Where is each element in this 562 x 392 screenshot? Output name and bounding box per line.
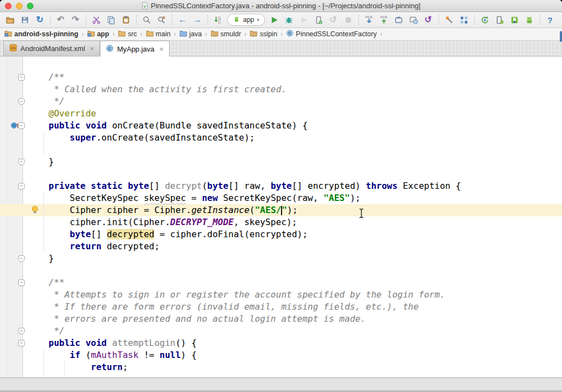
synchronize-button[interactable]: ↻ xyxy=(34,14,46,26)
shelve-changes-button[interactable] xyxy=(393,14,404,26)
run-with-coverage-button[interactable] xyxy=(298,14,310,26)
code-line-9[interactable] xyxy=(0,168,562,180)
annotate-button[interactable]: 011001 xyxy=(212,14,224,26)
code-line-3[interactable]: */ xyxy=(0,96,562,108)
fold-marker-icon[interactable]: − xyxy=(18,255,25,262)
sync-icon: ↻ xyxy=(34,14,46,26)
breadcrumb-item-main[interactable]: main xyxy=(145,30,171,38)
breadcrumb-item-app[interactable]: app xyxy=(87,30,110,38)
run-configuration-chooser[interactable]: app▾ xyxy=(227,14,265,26)
breadcrumb-label: main xyxy=(156,30,171,38)
code-line-15[interactable]: return decrypted; xyxy=(0,240,562,253)
debug-button[interactable] xyxy=(283,14,295,26)
code-line-22[interactable]: */ xyxy=(0,325,562,337)
breadcrumb-item-PinnedSSLContextFactory[interactable]: CPinnedSSLContextFactory xyxy=(285,30,377,38)
help-button[interactable]: ? xyxy=(544,14,556,26)
chevron-right-icon: › xyxy=(380,30,382,38)
undo-button[interactable]: ↶ xyxy=(55,14,66,26)
tab-MyApp.java[interactable]: CMyApp.java× xyxy=(100,41,170,57)
run-button[interactable] xyxy=(268,14,280,26)
copy-button[interactable] xyxy=(105,14,117,26)
recent-changes-button[interactable] xyxy=(408,14,419,26)
code-line-14[interactable]: byte[] decrypted = cipher.doFinal(encryp… xyxy=(0,228,562,240)
zoom-button[interactable] xyxy=(27,3,33,9)
open-button[interactable] xyxy=(4,14,16,26)
device-file-explorer-button[interactable] xyxy=(494,14,505,26)
code-line-24[interactable]: if (mAuthTask != null) { xyxy=(0,349,562,361)
settings-button[interactable] xyxy=(443,14,455,26)
code-line-8[interactable]: } xyxy=(0,156,562,168)
editor[interactable]: /** * Called when the activity is first … xyxy=(0,57,562,378)
code-token: Exception { xyxy=(397,181,461,191)
scroll-indicator[interactable] xyxy=(560,31,562,42)
breadcrumb-item-src[interactable]: src xyxy=(117,30,138,38)
fold-marker-icon[interactable]: − xyxy=(18,122,25,129)
redo-button[interactable]: ↷ xyxy=(70,14,81,26)
breadcrumb-item-sslpin[interactable]: sslpin xyxy=(249,30,278,38)
back-icon: ← xyxy=(177,14,188,26)
code-line-2[interactable]: * Called when the activity is first crea… xyxy=(0,83,562,96)
code-token: () { xyxy=(176,338,197,348)
fold-marker-icon[interactable]: − xyxy=(18,340,25,346)
find-button[interactable] xyxy=(141,14,153,26)
code-line-12[interactable]: Cipher cipher = Cipher.getInstance("AES/… xyxy=(0,204,562,216)
breadcrumb-item-java[interactable]: java xyxy=(179,30,203,38)
vcs-commit-button[interactable]: VCS xyxy=(378,14,390,26)
code-line-10[interactable]: private static byte[] decrypt(byte[] raw… xyxy=(0,180,562,192)
close-tab-icon[interactable]: × xyxy=(90,45,94,52)
code-line-20[interactable]: * If there are form errors (invalid emai… xyxy=(0,301,562,313)
breadcrumb-item-smuldr[interactable]: smuldr xyxy=(210,30,242,38)
code-line-5[interactable]: public void onCreate(Bundle savedInstanc… xyxy=(0,120,562,132)
code-line-18[interactable]: /** xyxy=(0,277,562,289)
code-line-13[interactable]: cipher.init(Cipher.DECRYPT_MODE, skeySpe… xyxy=(0,216,562,228)
code-line-1[interactable]: /** xyxy=(0,71,562,83)
breadcrumb-item-android-ssl-pinning[interactable]: android-ssl-pinning xyxy=(4,30,79,38)
vcs-update-button[interactable]: VCS xyxy=(363,14,375,26)
code-token: /** xyxy=(27,277,64,288)
code-token: attemptLogin xyxy=(112,338,176,348)
intention-bulb-icon[interactable] xyxy=(31,206,39,214)
fold-marker-icon[interactable]: − xyxy=(18,159,25,165)
forward-button[interactable]: → xyxy=(192,14,203,26)
fold-marker-icon[interactable]: − xyxy=(18,74,25,81)
code-line-6[interactable]: super.onCreate(savedInstanceState); xyxy=(0,132,562,144)
fold-marker-icon[interactable]: − xyxy=(18,279,25,286)
paste-button[interactable] xyxy=(120,14,132,26)
code-token xyxy=(27,241,70,251)
code-line-23[interactable]: public void attemptLogin() { xyxy=(0,337,562,349)
minimize-button[interactable] xyxy=(16,3,23,9)
breadcrumb-label: sslpin xyxy=(260,30,277,38)
fold-marker-icon[interactable]: − xyxy=(18,183,25,189)
code-token: SecretKeySpec xyxy=(27,193,144,203)
code-line-11[interactable]: SecretKeySpec skeySpec = new SecretKeySp… xyxy=(0,192,562,204)
replace-button[interactable]: R xyxy=(156,14,167,26)
code-line-4[interactable]: @Override xyxy=(0,108,562,120)
close-tab-icon[interactable]: × xyxy=(159,46,164,53)
close-button[interactable] xyxy=(5,3,12,9)
attach-debugger-button[interactable] xyxy=(313,14,324,26)
save-all-button[interactable] xyxy=(19,14,31,26)
cut-button[interactable] xyxy=(91,14,102,26)
rollback-button[interactable]: ↺ xyxy=(423,14,434,26)
code-line-17[interactable] xyxy=(0,265,562,277)
code-line-7[interactable] xyxy=(0,144,562,156)
code-token: super xyxy=(70,132,96,143)
code-area[interactable]: /** * Called when the activity is first … xyxy=(0,71,562,373)
code-line-16[interactable]: } xyxy=(0,253,562,265)
tab-AndroidManifest.xml[interactable]: <>AndroidManifest.xml× xyxy=(3,41,100,56)
code-line-19[interactable]: * Attempts to sign in or register the ac… xyxy=(0,289,562,301)
code-line-21[interactable]: * errors are presented and no actual log… xyxy=(0,313,562,325)
stop-button[interactable] xyxy=(342,14,354,26)
gradle-sync-button[interactable] xyxy=(479,14,491,26)
back-button[interactable]: ← xyxy=(177,14,188,26)
code-token: = cipher.doFinal(encrypted); xyxy=(154,229,307,239)
app-window: PinnedSSLContextFactory.java - android-s… xyxy=(0,0,562,392)
rerun-button[interactable]: ↺ xyxy=(328,14,339,26)
sdk-manager-button[interactable] xyxy=(509,14,520,26)
project-structure-button[interactable] xyxy=(458,14,470,26)
svg-text:C: C xyxy=(108,46,111,51)
fold-marker-icon[interactable]: − xyxy=(18,328,25,334)
fold-marker-icon[interactable]: − xyxy=(18,98,25,105)
avd-manager-button[interactable] xyxy=(524,14,535,26)
code-line-25[interactable]: return; xyxy=(0,361,562,373)
